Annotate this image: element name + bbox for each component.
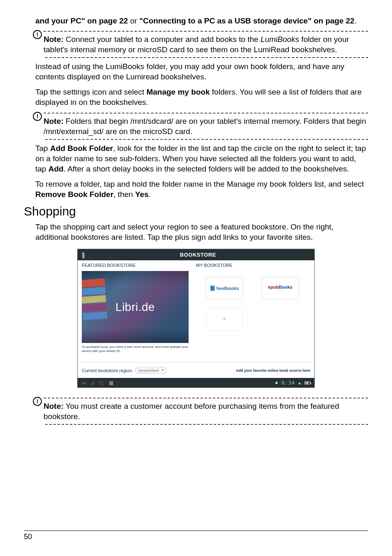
bookstore-tile-feedbooks[interactable]: 📘feedbooks: [206, 277, 243, 299]
battery-icon: [304, 381, 310, 385]
para-shopping: Tap the shopping cart and select your re…: [35, 222, 368, 242]
region-label: Current bookstore region:: [82, 368, 133, 373]
nav-icons: ◅ ⌂ □ ▦: [82, 380, 113, 386]
featured-brand-text: Libri.de: [115, 301, 155, 314]
note-block-3: ! Note: You must create a customer accou…: [24, 398, 368, 425]
purchase-account-note: To purchase book, you need a web store a…: [82, 345, 189, 353]
para-add-a: Tap: [35, 144, 50, 153]
plus-icon: +: [222, 315, 227, 324]
para-tap-a: Tap the settings icon and select: [35, 88, 146, 96]
note-block-1: ! Note: Connect your tablet to a compute…: [24, 31, 368, 58]
status-area: ● 8:34 ▲: [275, 380, 310, 386]
my-bookstore-label: MY BOOKSTORE: [196, 263, 233, 268]
note-label: Note:: [44, 35, 64, 44]
add-bookstore-tile[interactable]: +: [206, 308, 243, 331]
dash-line: [45, 57, 368, 58]
para-remove-b: , then: [113, 190, 135, 199]
feedbooks-label: 📘feedbooks: [210, 285, 239, 291]
dash-line: [45, 424, 368, 425]
para-instead: Instead of using the LumiBooks folder, y…: [35, 61, 368, 82]
heading-shopping: Shopping: [24, 204, 368, 218]
region-left: Current bookstore region: Deutschland: [82, 368, 166, 373]
screenshot-titlebar: ||| BOOKSTORE: [78, 249, 314, 260]
para-add-folder: Tap Add Book Folder, look for the folder…: [35, 143, 368, 174]
para-tap-bold: Manage my book: [146, 88, 210, 96]
clock-text: 8:34: [281, 380, 295, 386]
note-1-italic: LumiBooks: [261, 35, 299, 44]
featured-bookstore-label: FEATURED BOOKSTORE: [82, 263, 136, 268]
para-remove-a: To remove a folder, tap and hold the fol…: [35, 180, 364, 188]
para-remove-folder: To remove a folder, tap and hold the fol…: [35, 179, 368, 199]
para-add-bold1: Add Book Folder: [50, 144, 113, 153]
dash-line: [44, 113, 368, 114]
para-remove-c: .: [149, 190, 151, 199]
note-label: Note:: [44, 402, 64, 410]
note-3-text: Note: You must create a customer account…: [44, 401, 368, 422]
page-root: and your PC" on page 22 or "Connecting t…: [0, 0, 392, 556]
note-1-a: Connect your tablet to a computer and ad…: [64, 35, 261, 44]
book-stack-icon: [82, 278, 108, 329]
screenshot-body: FEATURED BOOKSTORE MY BOOKSTORE Libri.de…: [78, 260, 314, 378]
lead-link-1: and your PC" on page 22: [35, 16, 128, 25]
page-number: 50: [24, 533, 32, 541]
recent-icon[interactable]: □: [100, 380, 103, 386]
info-icon: !: [33, 397, 42, 406]
books-icon: |||: [82, 251, 84, 258]
lead-or: or: [128, 16, 139, 25]
bookstore-screenshot: ||| BOOKSTORE FEATURED BOOKSTORE MY BOOK…: [77, 249, 315, 388]
bookstore-tile-epubbooks[interactable]: epubBooks ———: [262, 277, 299, 299]
para-remove-bold1: Remove Book Folder: [35, 190, 113, 199]
info-icon: !: [33, 30, 42, 39]
lead-link-2: "Connecting to a PC as a USB storage dev…: [139, 16, 355, 25]
note-2-body: Folders that begin /mnt/sdcard/ are on y…: [44, 117, 366, 136]
note-1-text: Note: Connect your tablet to a computer …: [44, 34, 368, 55]
page-footer: 50: [24, 531, 368, 541]
system-navbar: ◅ ⌂ □ ▦ ● 8:34 ▲: [78, 378, 314, 387]
para-add-bold2: Add: [48, 164, 64, 173]
dash-line: [44, 31, 368, 32]
add-source-hint: Add your favorite online book source her…: [236, 368, 310, 373]
wifi-icon: ▲: [298, 380, 301, 385]
note-3-body: You must create a customer account befor…: [44, 402, 339, 421]
apps-icon[interactable]: ▦: [109, 380, 113, 386]
para-tap-settings: Tap the settings icon and select Manage …: [35, 87, 368, 107]
region-select[interactable]: Deutschland: [136, 368, 166, 373]
back-icon[interactable]: ◅: [82, 380, 85, 386]
epubbooks-label: epubBooks ———: [268, 285, 293, 292]
note-2-text: Note: Folders that begin /mnt/sdcard/ ar…: [44, 116, 368, 137]
screenshot-title: BOOKSTORE: [180, 252, 216, 258]
para-remove-bold2: Yes: [135, 190, 149, 199]
lead-period: .: [355, 16, 357, 25]
dash-line: [44, 398, 368, 398]
status-dot-icon: ●: [275, 380, 278, 385]
info-icon: !: [33, 112, 42, 121]
lead-paragraph: and your PC" on page 22 or "Connecting t…: [35, 16, 368, 26]
dash-line: [45, 139, 368, 140]
region-row: Current bookstore region: Deutschland Ad…: [78, 362, 314, 378]
note-block-2: ! Note: Folders that begin /mnt/sdcard/ …: [24, 113, 368, 140]
para-add-c: . After a short delay books in the selec…: [64, 164, 349, 173]
screenshot-wrapper: ||| BOOKSTORE FEATURED BOOKSTORE MY BOOK…: [77, 249, 315, 388]
note-label: Note:: [44, 117, 64, 125]
featured-bookstore-card[interactable]: Libri.de: [82, 271, 189, 343]
home-icon[interactable]: ⌂: [91, 380, 94, 386]
